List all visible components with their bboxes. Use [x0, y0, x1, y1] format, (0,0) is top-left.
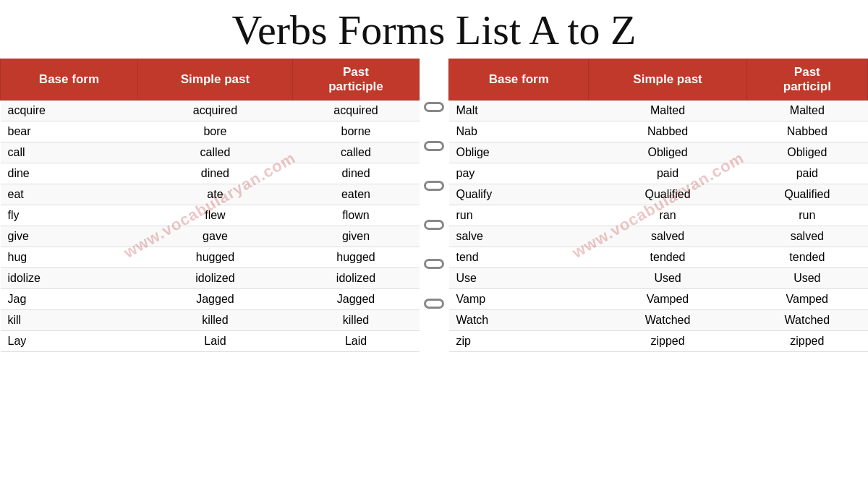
- left-cell-11-0: Lay: [1, 331, 138, 352]
- right-col3-header: Pastparticipl: [746, 59, 867, 100]
- binder-ring-2: [424, 141, 444, 151]
- right-cell-9-2: Vamped: [746, 289, 867, 310]
- table-row: LayLaidLaid: [1, 331, 420, 352]
- right-cell-1-0: Nab: [449, 121, 589, 142]
- right-cell-1-1: Nabbed: [589, 121, 746, 142]
- table-row: dinedineddined: [1, 163, 420, 184]
- right-cell-9-1: Vamped: [589, 289, 746, 310]
- table-row: JagJaggedJagged: [1, 289, 420, 310]
- binder-ring-3: [424, 181, 444, 191]
- right-col1-header: Base form: [449, 59, 589, 100]
- left-col2-header: Simple past: [137, 59, 292, 100]
- left-cell-3-2: dined: [293, 163, 420, 184]
- right-cell-9-0: Vamp: [449, 289, 589, 310]
- left-table-section: www.vocabularyan.com Base form Simple pa…: [0, 59, 420, 352]
- table-row: idolizeidolizedidolized: [1, 268, 420, 289]
- right-cell-0-2: Malted: [746, 100, 867, 121]
- right-col2-header: Simple past: [589, 59, 746, 100]
- left-cell-8-2: idolized: [293, 268, 420, 289]
- right-cell-4-2: Qualified: [746, 184, 867, 205]
- left-cell-4-0: eat: [1, 184, 138, 205]
- table-row: MaltMaltedMalted: [449, 100, 868, 121]
- right-cell-3-0: pay: [449, 163, 589, 184]
- left-table-body: acquireacquiredacquiredbearborebornecall…: [1, 100, 420, 352]
- right-cell-1-2: Nabbed: [746, 121, 867, 142]
- left-cell-1-0: bear: [1, 121, 138, 142]
- left-col3-header: Pastparticiple: [293, 59, 420, 100]
- binder-ring-5: [424, 259, 444, 269]
- left-cell-9-1: Jagged: [137, 289, 292, 310]
- right-cell-8-0: Use: [449, 268, 589, 289]
- right-cell-11-1: zipped: [589, 331, 746, 352]
- left-cell-0-1: acquired: [137, 100, 292, 121]
- page-title: Verbs Forms List A to Z: [0, 0, 868, 59]
- left-cell-5-0: fly: [1, 205, 138, 226]
- binder-ring-1: [424, 102, 444, 112]
- right-cell-8-2: Used: [746, 268, 867, 289]
- binder-ring-4: [424, 220, 444, 230]
- right-table: Base form Simple past Pastparticipl Malt…: [448, 59, 868, 352]
- right-cell-6-1: salved: [589, 226, 746, 247]
- table-row: salvesalvedsalved: [449, 226, 868, 247]
- left-cell-2-2: called: [293, 142, 420, 163]
- left-cell-6-0: give: [1, 226, 138, 247]
- binder-ring-6: [424, 299, 444, 309]
- left-cell-10-0: kill: [1, 310, 138, 331]
- left-cell-1-1: bore: [137, 121, 292, 142]
- table-row: flyflewflown: [1, 205, 420, 226]
- right-cell-10-1: Watched: [589, 310, 746, 331]
- left-cell-9-2: Jagged: [293, 289, 420, 310]
- right-table-section: www.vocabularyan.com Base form Simple pa…: [448, 59, 868, 352]
- left-cell-6-2: given: [293, 226, 420, 247]
- table-row: acquireacquiredacquired: [1, 100, 420, 121]
- table-row: killkilledkilled: [1, 310, 420, 331]
- left-cell-7-1: hugged: [137, 247, 292, 268]
- table-row: bearboreborne: [1, 121, 420, 142]
- table-row: UseUsedUsed: [449, 268, 868, 289]
- left-cell-8-0: idolize: [1, 268, 138, 289]
- left-cell-9-0: Jag: [1, 289, 138, 310]
- table-row: callcalledcalled: [1, 142, 420, 163]
- right-cell-5-1: ran: [589, 205, 746, 226]
- right-cell-4-1: Qualified: [589, 184, 746, 205]
- left-cell-3-1: dined: [137, 163, 292, 184]
- table-row: VampVampedVamped: [449, 289, 868, 310]
- left-col1-header: Base form: [1, 59, 138, 100]
- left-cell-7-2: hugged: [293, 247, 420, 268]
- left-table-header-row: Base form Simple past Pastparticiple: [1, 59, 420, 100]
- right-cell-11-0: zip: [449, 331, 589, 352]
- table-row: paypaidpaid: [449, 163, 868, 184]
- table-row: zipzippedzipped: [449, 331, 868, 352]
- table-row: givegavegiven: [1, 226, 420, 247]
- left-cell-7-0: hug: [1, 247, 138, 268]
- table-row: QualifyQualifiedQualified: [449, 184, 868, 205]
- table-row: WatchWatchedWatched: [449, 310, 868, 331]
- right-cell-2-0: Oblige: [449, 142, 589, 163]
- table-row: runranrun: [449, 205, 868, 226]
- right-table-header-row: Base form Simple past Pastparticipl: [449, 59, 868, 100]
- right-cell-7-2: tended: [746, 247, 867, 268]
- tables-wrapper: www.vocabularyan.com Base form Simple pa…: [0, 59, 868, 352]
- right-cell-8-1: Used: [589, 268, 746, 289]
- right-cell-7-0: tend: [449, 247, 589, 268]
- table-row: tendtendedtended: [449, 247, 868, 268]
- left-cell-5-1: flew: [137, 205, 292, 226]
- right-cell-2-1: Obliged: [589, 142, 746, 163]
- left-cell-2-0: call: [1, 142, 138, 163]
- left-cell-11-2: Laid: [293, 331, 420, 352]
- left-table: Base form Simple past Pastparticiple acq…: [0, 59, 420, 352]
- right-cell-2-2: Obliged: [746, 142, 867, 163]
- left-cell-5-2: flown: [293, 205, 420, 226]
- right-cell-5-0: run: [449, 205, 589, 226]
- right-cell-10-2: Watched: [746, 310, 867, 331]
- left-cell-2-1: called: [137, 142, 292, 163]
- table-row: eatateeaten: [1, 184, 420, 205]
- left-cell-0-2: acquired: [293, 100, 420, 121]
- right-cell-4-0: Qualify: [449, 184, 589, 205]
- left-cell-4-1: ate: [137, 184, 292, 205]
- left-cell-0-0: acquire: [1, 100, 138, 121]
- left-cell-4-2: eaten: [293, 184, 420, 205]
- table-row: NabNabbedNabbed: [449, 121, 868, 142]
- right-cell-3-2: paid: [746, 163, 867, 184]
- left-cell-3-0: dine: [1, 163, 138, 184]
